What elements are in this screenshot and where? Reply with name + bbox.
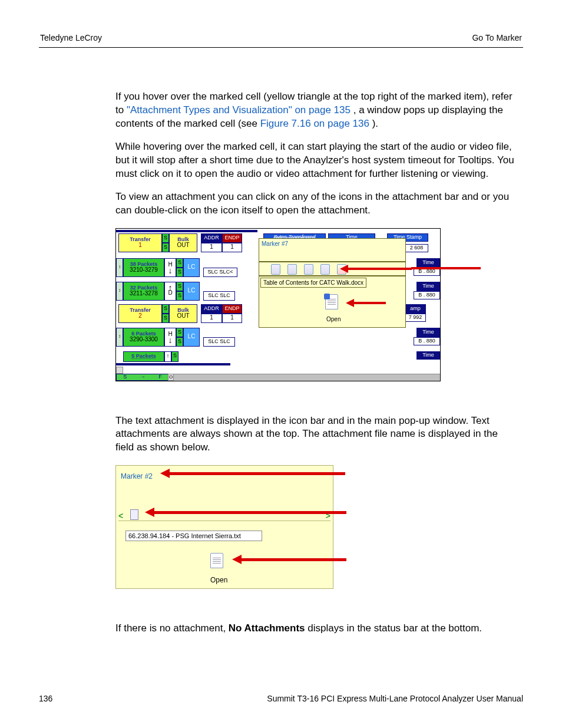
hv-cell: ↑ [164, 351, 171, 362]
status-icon: S [162, 233, 169, 243]
paragraph-5: If there is no attachment, No Attachment… [115, 622, 516, 635]
packets-38-cell[interactable]: 38 Packets 3210-3279 [123, 258, 164, 277]
dir-s: S [123, 373, 127, 380]
status-icon: S [176, 268, 183, 277]
value: 1 [138, 242, 142, 249]
endp-header: ENDP [222, 233, 242, 243]
marker-7-popup: Marker #7 [259, 238, 406, 262]
header-left: Teledyne LeCroy [40, 33, 102, 42]
page-header: Teledyne LeCroy Go To Marker [39, 33, 523, 47]
status-icon: S [171, 351, 178, 362]
addr-header: ADDR [201, 304, 222, 314]
attachment-icon[interactable] [320, 264, 330, 275]
text-attachment-icon[interactable] [130, 509, 138, 520]
body-text: If you hover over the marked cell (yello… [115, 90, 516, 635]
endp-value: 1 [222, 314, 242, 323]
status-icon: S [162, 314, 169, 323]
time-header: Time [416, 351, 440, 360]
lc-cell: LC [183, 328, 200, 347]
value: 3211-3278 [130, 291, 158, 297]
bulk-out-cell: Bulk OUT [169, 304, 197, 323]
status-icon: S [176, 258, 183, 268]
attachment-icon[interactable] [287, 264, 297, 275]
bulk-out-cell: Bulk OUT [169, 233, 197, 252]
status-icon: S [176, 337, 183, 347]
marker-title: Marker #2 [121, 472, 153, 481]
scroll-left-icon[interactable] [116, 367, 123, 374]
paragraph-4: The text attachment is displayed in the … [115, 414, 516, 455]
text: displays in the status bar at the bottom… [308, 622, 482, 634]
attachment-icon[interactable] [304, 264, 313, 275]
status-icon: S [162, 243, 169, 252]
expand-icon[interactable]: ↕ [116, 282, 123, 301]
dir-f: F [158, 373, 162, 380]
value: OUT [177, 242, 189, 249]
amp-header: amp [405, 304, 426, 314]
direction-indicator: S → F [116, 374, 169, 381]
status-icon: S [176, 282, 183, 291]
figure-marker-hover: Bytes Transferred Time Time Stamp 2 608 … [115, 228, 481, 381]
label: 5 Packets [131, 354, 156, 359]
time-value: B . 880 [414, 291, 440, 299]
page: Teledyne LeCroy Go To Marker If you hove… [0, 0, 562, 728]
lc-cell: LC [183, 258, 200, 277]
text-doc-icon[interactable] [210, 553, 223, 568]
text: ). [372, 118, 378, 129]
figure-marker-popup: Marker #2 < > 66.238.94.184 - PSG Intern… [115, 465, 375, 589]
lc-cell: LC [183, 282, 200, 301]
transfer-1-cell[interactable]: Transfer 1 [118, 233, 162, 252]
page-number: 136 [39, 694, 52, 703]
slc-cell: SLC SLC< [203, 268, 237, 277]
open-label[interactable]: Open [326, 315, 340, 324]
link-figure-7-16[interactable]: Figure 7.16 on page 136 [260, 118, 369, 129]
paragraph-3: To view an attachment you can click on a… [115, 190, 516, 218]
status-icon: S [176, 328, 183, 337]
page-footer: 136 Summit T3-16 PCI Express Multi-Lane … [39, 694, 523, 703]
endp-header: ENDP [222, 304, 242, 314]
paragraph-1: If you hover over the marked cell (yello… [115, 90, 516, 131]
time-header: Time [416, 258, 440, 268]
header-rule [39, 47, 523, 48]
hv-cell: H↓ [164, 328, 176, 347]
status-o: O [168, 374, 174, 381]
paragraph-2: While hovering over the marked cell, it … [115, 140, 516, 181]
amp-value: 7 992 [405, 314, 426, 322]
hv-cell: ↑D [164, 282, 176, 301]
header-right: Go To Marker [472, 33, 522, 42]
time-stamp-value: 2 608 [405, 244, 428, 252]
packets-32-cell[interactable]: 32 Packets 3211-3278 [123, 282, 164, 301]
value: 2 [138, 313, 142, 319]
text: If there is no attachment, [115, 622, 229, 634]
attachment-icon[interactable] [271, 264, 280, 275]
analyzer-screenshot: Bytes Transferred Time Time Stamp 2 608 … [115, 228, 441, 381]
time-value: B . 880 [414, 337, 440, 345]
addr-value: 1 [201, 314, 222, 323]
marker-2-popup: Marker #2 < > 66.238.94.184 - PSG Intern… [115, 465, 333, 589]
hv-cell: H↓ [164, 258, 176, 277]
word-doc-icon[interactable] [325, 294, 338, 309]
status-icon: S [176, 291, 183, 301]
addr-value: 1 [201, 243, 222, 252]
addr-header: ADDR [201, 233, 222, 243]
link-attachment-types[interactable]: "Attachment Types and Visualization" on … [127, 104, 351, 116]
packets-6-cell[interactable]: 6 Packets 3290-3300 [123, 328, 164, 347]
endp-value: 1 [222, 243, 242, 252]
value: 3210-3279 [130, 267, 158, 274]
attachment-filename-field[interactable]: 66.238.94.184 - PSG Internet Sierra.txt [125, 531, 262, 541]
open-label[interactable]: Open [210, 575, 227, 585]
text-bold: No Attachments [229, 622, 305, 634]
time-header: Time [416, 282, 440, 291]
manual-title: Summit T3-16 PCI Express Multi-Lane Prot… [267, 694, 523, 703]
slc-cell: SLC SLC [203, 337, 235, 347]
prev-attachment-icon[interactable]: < [118, 510, 123, 522]
marker-title: Marker #7 [262, 240, 288, 248]
status-icon: S [162, 304, 169, 314]
slc-cell: SLC SLC [203, 291, 235, 301]
time-header: Time [416, 328, 440, 337]
expand-icon[interactable]: ↕ [116, 328, 123, 347]
value: 3290-3300 [130, 337, 158, 343]
transfer-2-cell[interactable]: Transfer 2 [118, 304, 162, 323]
expand-icon[interactable]: ↕ [116, 258, 123, 277]
value: OUT [177, 313, 189, 319]
packets-5-cell[interactable]: 5 Packets [123, 351, 164, 362]
